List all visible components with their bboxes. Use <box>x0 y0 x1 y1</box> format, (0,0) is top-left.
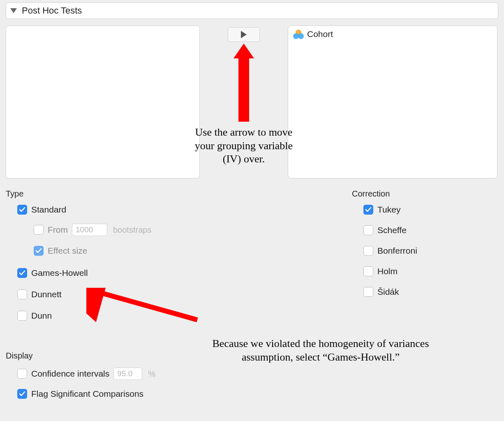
bootstraps-input[interactable] <box>72 224 107 236</box>
effect-size-label: Effect size <box>48 246 88 256</box>
from-checkbox[interactable] <box>34 225 44 235</box>
confidence-level-suffix: % <box>148 369 155 379</box>
bootstraps-suffix: bootstraps <box>113 225 151 235</box>
standard-option[interactable]: Standard <box>17 205 66 215</box>
bonferroni-checkbox[interactable] <box>363 246 373 256</box>
dunn-checkbox[interactable] <box>17 311 27 321</box>
annotation-arrow-up <box>237 44 251 122</box>
games-howell-label: Games-Howell <box>31 268 88 278</box>
annotation-text-1: Use the arrow to move your grouping vari… <box>189 126 298 166</box>
bonferroni-label: Bonferroni <box>377 246 417 256</box>
annotation-arrow-diag <box>86 288 201 325</box>
sidak-option[interactable]: Šidák <box>363 287 399 297</box>
dunn-label: Dunn <box>31 311 52 321</box>
dunn-option[interactable]: Dunn <box>17 311 52 321</box>
confidence-intervals-option[interactable]: Confidence intervals % <box>17 368 155 380</box>
flag-significant-checkbox[interactable] <box>17 389 27 399</box>
move-variable-button[interactable] <box>228 27 260 42</box>
from-label: From <box>48 225 68 235</box>
scheffe-option[interactable]: Scheffe <box>363 225 407 235</box>
tukey-label: Tukey <box>377 205 400 215</box>
section-header[interactable]: Post Hoc Tests <box>6 2 498 19</box>
effect-size-option[interactable]: Effect size <box>34 246 88 256</box>
flag-significant-label: Flag Significant Comparisons <box>31 389 143 399</box>
scheffe-checkbox[interactable] <box>363 225 373 235</box>
effect-size-checkbox[interactable] <box>34 246 44 256</box>
dunnett-label: Dunnett <box>31 289 62 299</box>
confidence-intervals-label: Confidence intervals <box>31 369 109 379</box>
tukey-checkbox[interactable] <box>363 205 373 215</box>
bonferroni-option[interactable]: Bonferroni <box>363 246 417 256</box>
standard-label: Standard <box>31 205 66 215</box>
selected-variables-list[interactable]: Cohort <box>288 25 497 178</box>
collapse-toggle-icon[interactable] <box>10 8 17 13</box>
flag-significant-option[interactable]: Flag Significant Comparisons <box>17 389 143 399</box>
scheffe-label: Scheffe <box>377 225 407 235</box>
holm-label: Holm <box>377 266 398 276</box>
annotation-text-2: Because we violated the homogeneity of v… <box>193 337 448 364</box>
tukey-option[interactable]: Tukey <box>363 205 400 215</box>
sidak-checkbox[interactable] <box>363 287 373 297</box>
standard-checkbox[interactable] <box>17 205 27 215</box>
from-option[interactable]: From bootstraps <box>34 224 151 236</box>
dunnett-option[interactable]: Dunnett <box>17 289 62 299</box>
display-section-label: Display <box>6 351 33 361</box>
section-title: Post Hoc Tests <box>22 5 82 16</box>
confidence-intervals-checkbox[interactable] <box>17 369 27 379</box>
correction-section-label: Correction <box>352 189 390 199</box>
variable-name: Cohort <box>307 29 333 39</box>
nominal-variable-icon <box>293 30 304 39</box>
holm-option[interactable]: Holm <box>363 266 398 276</box>
holm-checkbox[interactable] <box>363 266 373 276</box>
games-howell-checkbox[interactable] <box>17 268 27 278</box>
svg-line-0 <box>95 291 197 320</box>
dunnett-checkbox[interactable] <box>17 289 27 299</box>
variable-row[interactable]: Cohort <box>293 29 492 39</box>
confidence-level-input[interactable] <box>113 368 142 380</box>
type-section-label: Type <box>6 189 23 199</box>
play-triangle-icon <box>241 31 247 38</box>
sidak-label: Šidák <box>377 287 399 297</box>
available-variables-list[interactable] <box>6 25 200 178</box>
games-howell-option[interactable]: Games-Howell <box>17 268 88 278</box>
